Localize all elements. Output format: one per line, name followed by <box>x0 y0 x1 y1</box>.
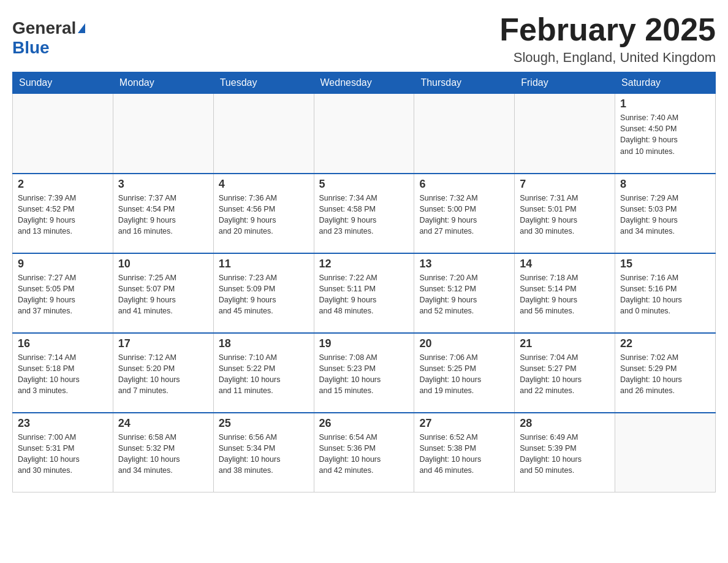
day-info: Sunrise: 7:32 AM Sunset: 5:00 PM Dayligh… <box>419 193 509 237</box>
calendar-cell <box>414 94 515 174</box>
calendar-header-friday: Friday <box>515 72 615 94</box>
calendar-cell: 27Sunrise: 6:52 AM Sunset: 5:38 PM Dayli… <box>414 413 515 492</box>
calendar-cell <box>314 94 414 174</box>
month-title: February 2025 <box>499 12 716 47</box>
logo: General Blue <box>12 12 85 58</box>
calendar-cell: 6Sunrise: 7:32 AM Sunset: 5:00 PM Daylig… <box>414 174 515 253</box>
calendar-week-row: 16Sunrise: 7:14 AM Sunset: 5:18 PM Dayli… <box>13 333 716 413</box>
day-number: 13 <box>419 258 509 270</box>
day-info: Sunrise: 7:12 AM Sunset: 5:20 PM Dayligh… <box>118 352 208 397</box>
calendar-week-row: 2Sunrise: 7:39 AM Sunset: 4:52 PM Daylig… <box>13 174 716 253</box>
day-info: Sunrise: 7:00 AM Sunset: 5:31 PM Dayligh… <box>18 432 108 477</box>
day-info: Sunrise: 6:49 AM Sunset: 5:39 PM Dayligh… <box>520 432 610 477</box>
logo-triangle-icon <box>78 23 85 33</box>
day-number: 11 <box>219 258 309 270</box>
calendar-header-sunday: Sunday <box>13 72 113 94</box>
day-number: 27 <box>419 417 509 430</box>
day-number: 10 <box>118 258 208 270</box>
calendar-cell: 11Sunrise: 7:23 AM Sunset: 5:09 PM Dayli… <box>213 253 314 333</box>
calendar-cell <box>113 94 213 174</box>
day-info: Sunrise: 7:25 AM Sunset: 5:07 PM Dayligh… <box>118 272 208 317</box>
day-info: Sunrise: 7:29 AM Sunset: 5:03 PM Dayligh… <box>620 193 710 237</box>
day-info: Sunrise: 6:58 AM Sunset: 5:32 PM Dayligh… <box>118 432 208 477</box>
calendar-cell: 19Sunrise: 7:08 AM Sunset: 5:23 PM Dayli… <box>314 333 414 413</box>
day-number: 7 <box>520 178 610 191</box>
day-info: Sunrise: 7:39 AM Sunset: 4:52 PM Dayligh… <box>18 193 108 237</box>
day-number: 16 <box>18 337 108 350</box>
calendar-cell: 17Sunrise: 7:12 AM Sunset: 5:20 PM Dayli… <box>113 333 213 413</box>
day-number: 5 <box>319 178 409 191</box>
calendar-week-row: 1Sunrise: 7:40 AM Sunset: 4:50 PM Daylig… <box>13 94 716 174</box>
location-text: Slough, England, United Kingdom <box>499 50 716 66</box>
day-info: Sunrise: 6:52 AM Sunset: 5:38 PM Dayligh… <box>419 432 509 477</box>
calendar-header-saturday: Saturday <box>615 72 716 94</box>
calendar-header-tuesday: Tuesday <box>213 72 314 94</box>
calendar-cell: 2Sunrise: 7:39 AM Sunset: 4:52 PM Daylig… <box>13 174 113 253</box>
day-number: 22 <box>620 337 710 350</box>
day-number: 3 <box>118 178 208 191</box>
day-number: 15 <box>620 258 710 270</box>
calendar-cell: 10Sunrise: 7:25 AM Sunset: 5:07 PM Dayli… <box>113 253 213 333</box>
calendar-week-row: 23Sunrise: 7:00 AM Sunset: 5:31 PM Dayli… <box>13 413 716 492</box>
day-info: Sunrise: 7:20 AM Sunset: 5:12 PM Dayligh… <box>419 272 509 317</box>
calendar-cell: 1Sunrise: 7:40 AM Sunset: 4:50 PM Daylig… <box>615 94 716 174</box>
calendar-cell: 5Sunrise: 7:34 AM Sunset: 4:58 PM Daylig… <box>314 174 414 253</box>
day-number: 2 <box>18 178 108 191</box>
day-info: Sunrise: 7:02 AM Sunset: 5:29 PM Dayligh… <box>620 352 710 397</box>
page-header: General Blue February 2025 Slough, Engla… <box>12 12 716 66</box>
calendar-cell: 26Sunrise: 6:54 AM Sunset: 5:36 PM Dayli… <box>314 413 414 492</box>
calendar-cell <box>515 94 615 174</box>
calendar-week-row: 9Sunrise: 7:27 AM Sunset: 5:05 PM Daylig… <box>13 253 716 333</box>
day-info: Sunrise: 6:54 AM Sunset: 5:36 PM Dayligh… <box>319 432 409 477</box>
day-info: Sunrise: 6:56 AM Sunset: 5:34 PM Dayligh… <box>219 432 309 477</box>
day-info: Sunrise: 7:34 AM Sunset: 4:58 PM Dayligh… <box>319 193 409 237</box>
calendar-cell: 13Sunrise: 7:20 AM Sunset: 5:12 PM Dayli… <box>414 253 515 333</box>
day-info: Sunrise: 7:18 AM Sunset: 5:14 PM Dayligh… <box>520 272 610 317</box>
day-info: Sunrise: 7:36 AM Sunset: 4:56 PM Dayligh… <box>219 193 309 237</box>
day-info: Sunrise: 7:22 AM Sunset: 5:11 PM Dayligh… <box>319 272 409 317</box>
day-number: 23 <box>18 417 108 430</box>
day-info: Sunrise: 7:31 AM Sunset: 5:01 PM Dayligh… <box>520 193 610 237</box>
day-number: 4 <box>219 178 309 191</box>
calendar-cell <box>615 413 716 492</box>
day-number: 14 <box>520 258 610 270</box>
day-number: 12 <box>319 258 409 270</box>
day-number: 26 <box>319 417 409 430</box>
calendar-cell: 20Sunrise: 7:06 AM Sunset: 5:25 PM Dayli… <box>414 333 515 413</box>
calendar-cell: 28Sunrise: 6:49 AM Sunset: 5:39 PM Dayli… <box>515 413 615 492</box>
calendar-cell: 25Sunrise: 6:56 AM Sunset: 5:34 PM Dayli… <box>213 413 314 492</box>
calendar-cell: 15Sunrise: 7:16 AM Sunset: 5:16 PM Dayli… <box>615 253 716 333</box>
day-number: 24 <box>118 417 208 430</box>
calendar-cell: 18Sunrise: 7:10 AM Sunset: 5:22 PM Dayli… <box>213 333 314 413</box>
day-info: Sunrise: 7:16 AM Sunset: 5:16 PM Dayligh… <box>620 272 710 317</box>
calendar-cell: 22Sunrise: 7:02 AM Sunset: 5:29 PM Dayli… <box>615 333 716 413</box>
day-info: Sunrise: 7:06 AM Sunset: 5:25 PM Dayligh… <box>419 352 509 397</box>
calendar-cell: 21Sunrise: 7:04 AM Sunset: 5:27 PM Dayli… <box>515 333 615 413</box>
calendar-cell: 8Sunrise: 7:29 AM Sunset: 5:03 PM Daylig… <box>615 174 716 253</box>
day-number: 21 <box>520 337 610 350</box>
logo-general-text: General <box>12 18 76 38</box>
calendar-cell: 23Sunrise: 7:00 AM Sunset: 5:31 PM Dayli… <box>13 413 113 492</box>
calendar-cell: 3Sunrise: 7:37 AM Sunset: 4:54 PM Daylig… <box>113 174 213 253</box>
calendar-header-monday: Monday <box>113 72 213 94</box>
calendar-cell: 4Sunrise: 7:36 AM Sunset: 4:56 PM Daylig… <box>213 174 314 253</box>
day-number: 9 <box>18 258 108 270</box>
day-number: 8 <box>620 178 710 191</box>
day-info: Sunrise: 7:27 AM Sunset: 5:05 PM Dayligh… <box>18 272 108 317</box>
day-info: Sunrise: 7:14 AM Sunset: 5:18 PM Dayligh… <box>18 352 108 397</box>
day-number: 28 <box>520 417 610 430</box>
day-info: Sunrise: 7:04 AM Sunset: 5:27 PM Dayligh… <box>520 352 610 397</box>
day-number: 19 <box>319 337 409 350</box>
calendar-header-thursday: Thursday <box>414 72 515 94</box>
title-block: February 2025 Slough, England, United Ki… <box>499 12 716 66</box>
calendar-header-wednesday: Wednesday <box>314 72 414 94</box>
calendar-cell: 9Sunrise: 7:27 AM Sunset: 5:05 PM Daylig… <box>13 253 113 333</box>
day-number: 1 <box>620 98 710 110</box>
day-info: Sunrise: 7:10 AM Sunset: 5:22 PM Dayligh… <box>219 352 309 397</box>
calendar-header-row: SundayMondayTuesdayWednesdayThursdayFrid… <box>13 72 716 94</box>
calendar-table: SundayMondayTuesdayWednesdayThursdayFrid… <box>12 72 716 492</box>
day-number: 25 <box>219 417 309 430</box>
calendar-cell: 7Sunrise: 7:31 AM Sunset: 5:01 PM Daylig… <box>515 174 615 253</box>
day-info: Sunrise: 7:08 AM Sunset: 5:23 PM Dayligh… <box>319 352 409 397</box>
calendar-cell: 12Sunrise: 7:22 AM Sunset: 5:11 PM Dayli… <box>314 253 414 333</box>
